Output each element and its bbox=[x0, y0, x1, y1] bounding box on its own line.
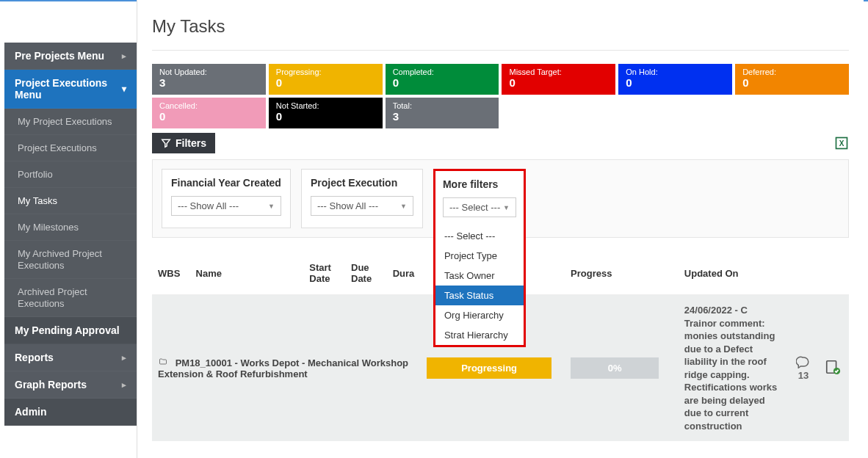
tile-label: Deferred: bbox=[742, 68, 842, 76]
col-edit bbox=[819, 252, 849, 295]
col-name[interactable]: Name bbox=[190, 252, 304, 295]
sidebar-item-portfolio[interactable]: Portfolio bbox=[4, 161, 137, 188]
filter-more-label: More filters bbox=[443, 178, 516, 190]
sidebar-graph-reports[interactable]: Graph Reports bbox=[4, 371, 137, 399]
status-tile[interactable]: Missed Target:0 bbox=[502, 64, 615, 95]
edit-check-icon bbox=[825, 359, 841, 375]
status-tile[interactable]: Total:3 bbox=[386, 98, 499, 128]
sidebar-reports-label: Reports bbox=[15, 352, 54, 363]
sidebar-reports[interactable]: Reports bbox=[4, 344, 137, 371]
tile-value: 0 bbox=[626, 76, 725, 89]
col-progress[interactable]: Progress bbox=[565, 252, 679, 295]
export-excel-button[interactable]: X bbox=[834, 136, 849, 150]
status-tile[interactable]: Deferred:0 bbox=[735, 64, 849, 95]
tile-value: 3 bbox=[393, 110, 492, 123]
sidebar-item-archived[interactable]: Archived Project Executions bbox=[4, 279, 137, 317]
comment-count: 13 bbox=[798, 370, 809, 381]
dropdown-option[interactable]: Org Hierarchy bbox=[435, 305, 524, 325]
tile-value: 3 bbox=[159, 76, 258, 89]
tile-value: 0 bbox=[159, 110, 258, 123]
dropdown-option[interactable]: Strat Hierarchy bbox=[435, 325, 524, 345]
sidebar-admin[interactable]: Admin bbox=[4, 399, 137, 426]
status-tile[interactable]: Progressing:0 bbox=[269, 64, 383, 95]
tile-value: 0 bbox=[509, 76, 608, 89]
task-name: PM18_10001 - Works Depot - Mechanical Wo… bbox=[158, 357, 408, 379]
tile-value: 0 bbox=[742, 76, 842, 89]
sidebar-project-executions[interactable]: Project Executions Menu bbox=[4, 70, 137, 109]
sidebar-pre-projects[interactable]: Pre Projects Menu bbox=[4, 43, 137, 70]
dropdown-option[interactable]: Task Status bbox=[435, 286, 524, 305]
filter-fy-select[interactable]: --- Show All --- ▼ bbox=[171, 196, 281, 216]
filter-fy-label: Financial Year Created bbox=[171, 177, 281, 189]
sidebar-pending-approval[interactable]: My Pending Approval bbox=[4, 317, 137, 344]
filter-more-select[interactable]: --- Select --- ▼ bbox=[443, 197, 516, 217]
chevron-down-icon: ▼ bbox=[503, 204, 510, 211]
updated-on-cell: 24/06/2022 - C Trainor comment: monies o… bbox=[679, 295, 789, 442]
col-updated-on[interactable]: Updated On bbox=[679, 252, 789, 295]
dropdown-option[interactable]: --- Select --- bbox=[435, 226, 524, 246]
folder-icon bbox=[158, 357, 171, 368]
sidebar-item-my-milestones[interactable]: My Milestones bbox=[4, 214, 137, 241]
filter-more-value: --- Select --- bbox=[449, 202, 500, 213]
edit-button[interactable] bbox=[825, 366, 841, 377]
col-start-date[interactable]: Start Date bbox=[303, 252, 345, 295]
tile-value: 0 bbox=[393, 76, 492, 89]
status-badge: Progressing bbox=[427, 357, 551, 379]
tile-label: Total: bbox=[393, 101, 492, 110]
filter-more: More filters --- Select --- ▼ --- Select… bbox=[433, 169, 526, 228]
sidebar: Pre Projects Menu Project Executions Men… bbox=[4, 10, 137, 426]
tile-label: Not Started: bbox=[276, 101, 375, 110]
filters-button-label: Filters bbox=[176, 137, 206, 149]
dropdown-option[interactable]: Project Type bbox=[435, 246, 524, 266]
svg-text:X: X bbox=[839, 139, 845, 148]
filter-pe-select[interactable]: --- Show All --- ▼ bbox=[311, 196, 413, 216]
dropdown-option[interactable]: Task Owner bbox=[435, 266, 524, 286]
filter-icon bbox=[161, 138, 171, 148]
tile-label: Progressing: bbox=[276, 68, 375, 76]
sidebar-item-project-executions[interactable]: Project Executions bbox=[4, 135, 137, 161]
sidebar-project-executions-label: Project Executions Menu bbox=[15, 77, 117, 101]
progress-badge: 0% bbox=[571, 357, 659, 379]
col-comments bbox=[788, 252, 818, 295]
filter-financial-year: Financial Year Created --- Show All --- … bbox=[162, 169, 291, 228]
chevron-down-icon: ▼ bbox=[268, 203, 275, 210]
filters-button[interactable]: Filters bbox=[152, 133, 215, 153]
sidebar-pre-projects-label: Pre Projects Menu bbox=[15, 50, 104, 62]
filter-fy-value: --- Show All --- bbox=[178, 200, 239, 211]
status-tile[interactable]: Not Started:0 bbox=[269, 98, 383, 128]
filter-more-dropdown: --- Select ---Project TypeTask OwnerTask… bbox=[433, 226, 526, 347]
tile-label: Completed: bbox=[393, 68, 492, 76]
comments-button[interactable]: 13 bbox=[794, 355, 812, 381]
filters-row: Filters X bbox=[152, 133, 849, 153]
sidebar-item-my-project-executions[interactable]: My Project Executions bbox=[4, 109, 137, 135]
col-wbs[interactable]: WBS bbox=[152, 252, 190, 295]
tile-label: Cancelled: bbox=[159, 101, 258, 110]
tile-label: Missed Target: bbox=[509, 68, 608, 76]
chevron-down-icon: ▼ bbox=[400, 203, 407, 210]
page-title: My Tasks bbox=[152, 16, 849, 51]
filter-pe-label: Project Execution bbox=[311, 177, 413, 189]
sidebar-item-my-tasks[interactable]: My Tasks bbox=[4, 188, 137, 214]
comment-icon bbox=[796, 355, 811, 368]
status-tile[interactable]: Completed:0 bbox=[386, 64, 499, 95]
tile-label: On Hold: bbox=[626, 68, 725, 76]
tile-value: 0 bbox=[276, 110, 375, 123]
status-tiles: Not Updated:3Progressing:0Completed:0Mis… bbox=[152, 64, 849, 128]
status-tile[interactable]: On Hold:0 bbox=[618, 64, 732, 95]
excel-icon: X bbox=[834, 136, 849, 150]
filter-pe-value: --- Show All --- bbox=[317, 200, 378, 211]
sidebar-gap bbox=[4, 10, 137, 43]
status-tile[interactable]: Not Updated:3 bbox=[152, 64, 266, 95]
sidebar-item-my-archived[interactable]: My Archived Project Executions bbox=[4, 241, 137, 279]
filter-panel: Financial Year Created --- Show All --- … bbox=[152, 159, 849, 238]
status-tile[interactable]: Cancelled:0 bbox=[152, 98, 266, 128]
sidebar-graph-reports-label: Graph Reports bbox=[15, 379, 87, 390]
col-due-date[interactable]: Due Date bbox=[345, 252, 387, 295]
filter-project-execution: Project Execution --- Show All --- ▼ bbox=[301, 169, 423, 228]
tile-value: 0 bbox=[276, 76, 375, 89]
tile-label: Not Updated: bbox=[159, 68, 258, 76]
main-content: My Tasks Not Updated:3Progressing:0Compl… bbox=[137, 0, 864, 458]
col-duration[interactable]: Dura bbox=[387, 252, 421, 295]
